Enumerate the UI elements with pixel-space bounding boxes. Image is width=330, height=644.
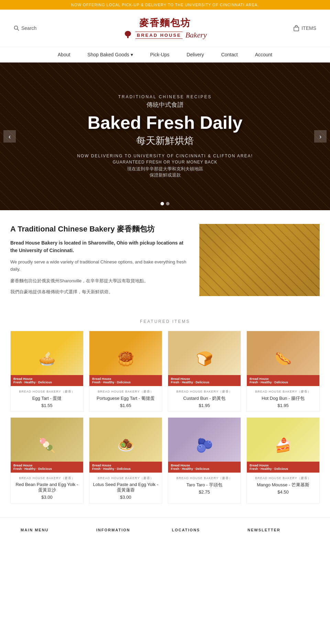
hero-chinese-desc1: 現在送到辛辛那提大學和克利夫頓地區 — [77, 166, 253, 172]
product-name-3: Hot Dog Bun - 腸仔包 — [250, 395, 316, 402]
nav-account[interactable]: Account — [255, 52, 273, 57]
product-overlay-4: Bread HouseFresh · Healthy · Delicious — [11, 462, 83, 473]
product-image-4: 🍡 Bread HouseFresh · Healthy · Delicious — [11, 418, 83, 473]
product-overlay-text-5: Bread HouseFresh · Healthy · Delicious — [92, 464, 159, 471]
logo-bakery-text: Bakery — [185, 31, 207, 39]
hero-next-button[interactable]: › — [314, 130, 327, 143]
product-overlay-text-0: Bread HouseFresh · Healthy · Delicious — [13, 377, 80, 384]
footer-col-3: NEWSLETTER — [241, 528, 316, 537]
product-vendor-6: BREAD HOUSE BAKERY（麥香） — [172, 476, 237, 481]
footer-col-title-1: INFORMATION — [96, 528, 158, 532]
product-overlay-5: Bread HouseFresh · Healthy · Delicious — [89, 462, 162, 473]
about-text: A Traditional Chinese Bakery 麥香麵包坊 Bread… — [10, 224, 189, 298]
product-name-1: Portuguese Egg Tart - 葡撻蛋 — [93, 395, 158, 402]
footer-col-0: MAIN MENU — [14, 528, 89, 537]
hero-chinese-subtitle: 傳統中式食譜 — [77, 101, 253, 109]
svg-point-0 — [14, 26, 18, 30]
product-overlay-0: Bread HouseFresh · Healthy · Delicious — [11, 375, 83, 386]
product-grid: 🥧 Bread HouseFresh · Healthy · Delicious… — [10, 331, 320, 504]
featured-section: FEATURED ITEMS 🥧 Bread HouseFresh · Heal… — [0, 312, 330, 517]
svg-rect-3 — [127, 36, 129, 38]
product-overlay-6: Bread HouseFresh · Healthy · Delicious — [168, 462, 241, 473]
logo-english-row: BREAD HOUSE Bakery — [123, 30, 207, 40]
product-name-0: Egg Tart - 蛋撻 — [14, 395, 80, 402]
product-card-1[interactable]: 🥮 Bread HouseFresh · Healthy · Delicious… — [89, 331, 162, 412]
product-price-2: $1.95 — [172, 403, 237, 408]
product-image-2: 🍞 Bread HouseFresh · Healthy · Delicious — [168, 331, 241, 386]
product-overlay-2: Bread HouseFresh · Healthy · Delicious — [168, 375, 241, 386]
hero-title: Baked Fresh Daily — [77, 112, 253, 133]
product-card-3[interactable]: 🌭 Bread HouseFresh · Healthy · Delicious… — [246, 331, 320, 412]
product-price-0: $1.55 — [14, 403, 80, 408]
search-button[interactable]: Search — [14, 25, 36, 31]
hero-desc1: NOW DELIVERING TO UNIVERSITY OF CINCINNA… — [77, 154, 253, 158]
nav-about[interactable]: About — [58, 52, 70, 57]
product-vendor-5: BREAD HOUSE BAKERY（麥香） — [93, 476, 158, 481]
product-price-4: $3.00 — [14, 495, 80, 500]
hero-slider: TRADITIONAL CHINESE RECIPES 傳統中式食譜 Baked… — [0, 63, 330, 210]
logo[interactable]: 麥香麵包坊 BREAD HOUSE Bakery — [123, 16, 207, 40]
hero-dots — [161, 202, 169, 205]
product-card-2[interactable]: 🍞 Bread HouseFresh · Healthy · Delicious… — [168, 331, 241, 412]
product-card-7[interactable]: 🍰 Bread HouseFresh · Healthy · Delicious… — [246, 417, 320, 504]
header: Search 麥香麵包坊 BREAD HOUSE Bakery ITEMS — [0, 10, 330, 47]
product-overlay-text-2: Bread HouseFresh · Healthy · Delicious — [171, 377, 238, 384]
product-image-5: 🧆 Bread HouseFresh · Healthy · Delicious — [89, 418, 162, 473]
main-nav: About Shop Baked Goods ▾ Pick-Ups Delive… — [0, 47, 330, 63]
product-info-4: BREAD HOUSE BAKERY（麥香） Red Bean Paste an… — [11, 473, 83, 503]
product-card-0[interactable]: 🥧 Bread HouseFresh · Healthy · Delicious… — [10, 331, 84, 412]
top-banner: NOW OFFERING LOCAL PICK-UP & DELIVERY TO… — [0, 0, 330, 10]
product-price-7: $4.50 — [250, 489, 316, 495]
product-name-7: Mango Mousse - 芒果慕斯 — [250, 482, 316, 488]
product-name-4: Red Bean Paste and Egg Yolk - 蛋黃豆沙 — [14, 482, 80, 493]
product-info-0: BREAD HOUSE BAKERY（麥香） Egg Tart - 蛋撻 $1.… — [11, 386, 83, 411]
product-overlay-7: Bread HouseFresh · Healthy · Delicious — [247, 462, 319, 473]
hero-desc2: GUARANTEED FRESH OR YOUR MONEY BACK — [77, 160, 253, 165]
product-price-6: $2.75 — [172, 489, 237, 495]
product-overlay-text-1: Bread HouseFresh · Healthy · Delicious — [92, 377, 159, 384]
footer-col-1: INFORMATION — [89, 528, 165, 537]
logo-brand-name: BREAD HOUSE — [135, 32, 183, 39]
product-overlay-text-6: Bread HouseFresh · Healthy · Delicious — [171, 464, 238, 471]
about-chinese-line2: 我們自豪地提供各種傳統中式選擇，每天新鮮烘焙。 — [10, 288, 189, 296]
about-image-bg — [199, 224, 320, 296]
product-name-6: Taro Taro - 芋頭包 — [172, 482, 237, 488]
product-vendor-0: BREAD HOUSE BAKERY（麥香） — [14, 389, 80, 394]
product-price-1: $1.65 — [93, 403, 158, 408]
hero-dot-1[interactable] — [161, 202, 164, 205]
cart-icon — [293, 25, 299, 31]
footer-col-title-0: MAIN MENU — [21, 528, 82, 532]
hero-prev-button[interactable]: ‹ — [3, 130, 16, 143]
product-card-4[interactable]: 🍡 Bread HouseFresh · Healthy · Delicious… — [10, 417, 84, 504]
hero-content: TRADITIONAL CHINESE RECIPES 傳統中式食譜 Baked… — [77, 94, 253, 178]
product-info-3: BREAD HOUSE BAKERY（麥香） Hot Dog Bun - 腸仔包… — [247, 386, 319, 411]
product-overlay-text-3: Bread HouseFresh · Healthy · Delicious — [250, 377, 317, 384]
svg-point-2 — [125, 31, 131, 36]
footer-col-title-2: LOCATIONS — [172, 528, 234, 532]
nav-contact[interactable]: Contact — [221, 52, 238, 57]
cart-button[interactable]: ITEMS — [293, 25, 316, 31]
about-section: A Traditional Chinese Bakery 麥香麵包坊 Bread… — [0, 210, 330, 312]
cart-label: ITEMS — [301, 25, 316, 31]
hero-dot-2[interactable] — [166, 202, 169, 205]
product-image-3: 🌭 Bread HouseFresh · Healthy · Delicious — [247, 331, 319, 386]
nav-delivery[interactable]: Delivery — [187, 52, 204, 57]
product-image-0: 🥧 Bread HouseFresh · Healthy · Delicious — [11, 331, 83, 386]
nav-pickups[interactable]: Pick-Ups — [150, 52, 169, 57]
footer-col-2: LOCATIONS — [165, 528, 241, 537]
product-vendor-7: BREAD HOUSE BAKERY（麥香） — [250, 476, 316, 481]
product-card-5[interactable]: 🧆 Bread HouseFresh · Healthy · Delicious… — [89, 417, 162, 504]
product-vendor-1: BREAD HOUSE BAKERY（麥香） — [93, 389, 158, 394]
product-vendor-3: BREAD HOUSE BAKERY（麥香） — [250, 389, 316, 394]
product-info-2: BREAD HOUSE BAKERY（麥香） Custard Bun - 奶黃包… — [168, 386, 241, 411]
featured-title: FEATURED ITEMS — [10, 319, 320, 324]
search-label: Search — [21, 25, 36, 31]
svg-line-1 — [18, 29, 19, 31]
product-image-7: 🍰 Bread HouseFresh · Healthy · Delicious — [247, 418, 319, 473]
product-overlay-1: Bread HouseFresh · Healthy · Delicious — [89, 375, 162, 386]
product-card-6[interactable]: 🫐 Bread HouseFresh · Healthy · Delicious… — [168, 417, 241, 504]
product-price-3: $1.95 — [250, 403, 316, 408]
product-info-6: BREAD HOUSE BAKERY（麥香） Taro Taro - 芋頭包 $… — [168, 473, 241, 498]
hero-chinese-desc2: 保證新鮮或退款 — [77, 172, 253, 178]
nav-shop[interactable]: Shop Baked Goods ▾ — [87, 52, 133, 57]
